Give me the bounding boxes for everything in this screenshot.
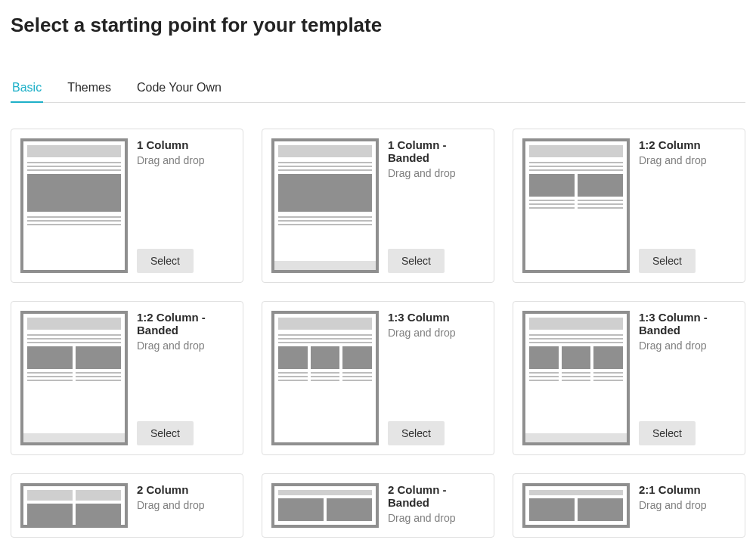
template-subtitle: Drag and drop xyxy=(137,154,234,166)
template-subtitle: Drag and drop xyxy=(388,167,485,179)
page-title: Select a starting point for your templat… xyxy=(11,14,745,37)
select-button[interactable]: Select xyxy=(639,249,696,273)
template-title: 1:2 Column xyxy=(639,138,736,151)
template-title: 2:1 Column xyxy=(639,483,736,496)
template-subtitle: Drag and drop xyxy=(388,327,485,339)
select-button[interactable]: Select xyxy=(137,249,194,273)
template-card: 1:3 Column Drag and drop Select xyxy=(262,301,494,455)
template-title: 1:3 Column xyxy=(388,311,485,324)
template-subtitle: Drag and drop xyxy=(639,340,736,352)
template-card: 2 Column Drag and drop xyxy=(11,473,243,538)
template-card: 1:2 Column Drag and drop Select xyxy=(513,129,745,283)
template-title: 2 Column - Banded xyxy=(388,483,485,509)
template-title: 1:2 Column - Banded xyxy=(137,311,234,336)
template-preview-icon xyxy=(20,483,128,528)
tab-basic[interactable]: Basic xyxy=(11,75,43,102)
tab-code-your-own[interactable]: Code Your Own xyxy=(135,75,223,102)
template-subtitle: Drag and drop xyxy=(388,512,485,524)
select-button[interactable]: Select xyxy=(639,421,696,445)
template-preview-icon xyxy=(271,138,379,273)
template-title: 1:3 Column - Banded xyxy=(639,311,736,336)
template-card: 2 Column - Banded Drag and drop xyxy=(262,473,494,538)
select-button[interactable]: Select xyxy=(388,249,445,273)
template-preview-icon xyxy=(522,138,630,273)
template-title: 2 Column xyxy=(137,483,234,496)
template-card: 1:2 Column - Banded Drag and drop Select xyxy=(11,301,243,455)
template-preview-icon xyxy=(20,138,128,273)
template-preview-icon xyxy=(522,483,630,528)
template-subtitle: Drag and drop xyxy=(639,154,736,166)
template-subtitle: Drag and drop xyxy=(639,499,736,511)
template-card: 1 Column Drag and drop Select xyxy=(11,129,243,283)
template-title: 1 Column xyxy=(137,138,234,151)
template-card: 1 Column - Banded Drag and drop Select xyxy=(262,129,494,283)
template-preview-icon xyxy=(271,483,379,528)
template-grid: 1 Column Drag and drop Select 1 Column -… xyxy=(11,129,745,538)
tab-themes[interactable]: Themes xyxy=(66,75,113,102)
select-button[interactable]: Select xyxy=(137,421,194,445)
template-preview-icon xyxy=(20,311,128,445)
template-preview-icon xyxy=(271,311,379,445)
template-preview-icon xyxy=(522,311,630,445)
select-button[interactable]: Select xyxy=(388,421,445,445)
template-subtitle: Drag and drop xyxy=(137,340,234,352)
template-card: 2:1 Column Drag and drop xyxy=(513,473,745,538)
template-title: 1 Column - Banded xyxy=(388,138,485,164)
template-card: 1:3 Column - Banded Drag and drop Select xyxy=(513,301,745,455)
template-subtitle: Drag and drop xyxy=(137,499,234,511)
tabs: Basic Themes Code Your Own xyxy=(11,75,745,103)
